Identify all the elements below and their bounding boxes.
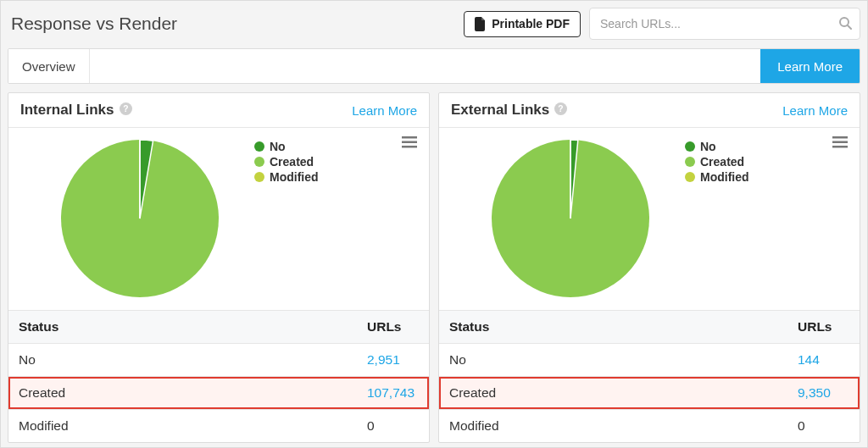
svg-rect-4: [402, 136, 417, 139]
table-row: No144: [439, 344, 860, 377]
panel-header: External Links ? Learn More: [439, 93, 860, 128]
svg-rect-5: [402, 141, 417, 144]
learn-more-button[interactable]: Learn More: [760, 49, 860, 83]
printable-pdf-button[interactable]: Printable PDF: [464, 11, 581, 37]
chart-legend: No Created Modified: [685, 140, 749, 185]
dot-icon: [685, 172, 695, 182]
svg-line-1: [848, 25, 851, 29]
cell-status: No: [8, 344, 357, 377]
spacer: [90, 49, 761, 83]
panel-internal-links: Internal Links ? Learn More No Created M…: [8, 92, 430, 443]
dot-icon: [685, 141, 695, 152]
legend-item-no: No: [254, 140, 319, 153]
legend-item-created: Created: [254, 155, 319, 169]
dot-icon: [254, 141, 264, 152]
dot-icon: [254, 172, 264, 182]
panel-title: Internal Links: [20, 102, 114, 119]
panels-row: Internal Links ? Learn More No Created M…: [1, 84, 867, 448]
cell-urls[interactable]: 9,350: [787, 377, 860, 410]
legend-item-no: No: [685, 140, 749, 153]
legend-item-created: Created: [685, 155, 749, 169]
tab-bar: Overview Learn More: [8, 48, 860, 84]
table-header-row: Status URLs: [8, 311, 429, 344]
legend-item-modified: Modified: [254, 170, 319, 184]
table-header-row: Status URLs: [439, 311, 860, 344]
cell-urls: 0: [787, 410, 860, 443]
search-icon: [838, 16, 852, 32]
search-wrap: [589, 8, 860, 40]
cell-status: Created: [8, 377, 357, 410]
legend-label: No: [270, 140, 286, 153]
chart-area: No Created Modified: [439, 128, 860, 310]
dot-icon: [685, 157, 695, 167]
legend-item-modified: Modified: [685, 170, 749, 184]
chart-area: No Created Modified: [8, 128, 429, 310]
table-row: Modified0: [8, 410, 429, 443]
top-bar: Response vs Render Printable PDF: [1, 1, 867, 48]
app-frame: Response vs Render Printable PDF Overvie…: [0, 0, 868, 448]
panel-learn-more-link[interactable]: Learn More: [352, 103, 417, 118]
col-status: Status: [439, 311, 787, 344]
cell-urls[interactable]: 2,951: [357, 344, 429, 377]
panel-title: External Links: [451, 102, 549, 119]
table-row: Modified0: [439, 410, 860, 443]
legend-label: No: [700, 140, 716, 153]
panel-header: Internal Links ? Learn More: [8, 93, 429, 128]
status-table: Status URLs No144Created9,350Modified0: [439, 310, 860, 442]
pie-chart: [490, 136, 659, 308]
table-row: Created107,743: [8, 377, 429, 410]
legend-label: Modified: [700, 170, 749, 184]
panel-external-links: External Links ? Learn More No Created M…: [438, 92, 860, 443]
tab-overview[interactable]: Overview: [8, 49, 90, 83]
svg-rect-13: [832, 146, 848, 148]
cell-status: No: [439, 344, 787, 377]
help-icon[interactable]: ?: [554, 102, 567, 118]
help-icon[interactable]: ?: [120, 102, 132, 118]
panel-learn-more-link[interactable]: Learn More: [782, 103, 848, 118]
legend-label: Modified: [270, 170, 319, 184]
svg-text:?: ?: [559, 104, 564, 113]
svg-rect-6: [402, 146, 417, 148]
table-row: Created9,350: [439, 377, 860, 410]
chart-menu-icon[interactable]: [832, 136, 848, 151]
search-input[interactable]: [589, 8, 860, 40]
table-row: No2,951: [8, 344, 429, 377]
dot-icon: [254, 157, 264, 167]
svg-rect-11: [832, 136, 848, 139]
pie-chart: [59, 136, 229, 308]
svg-text:?: ?: [123, 104, 128, 113]
page-title: Response vs Render: [11, 14, 177, 34]
chart-legend: No Created Modified: [254, 140, 319, 185]
svg-rect-12: [832, 141, 848, 144]
file-icon: [475, 17, 487, 31]
legend-label: Created: [270, 155, 314, 169]
chart-menu-icon[interactable]: [402, 136, 417, 151]
cell-status: Modified: [8, 410, 357, 443]
legend-label: Created: [700, 155, 744, 169]
cell-status: Created: [439, 377, 787, 410]
cell-urls[interactable]: 107,743: [357, 377, 429, 410]
cell-urls: 0: [357, 410, 429, 443]
printable-pdf-label: Printable PDF: [492, 17, 570, 30]
status-table: Status URLs No2,951Created107,743Modifie…: [8, 310, 429, 442]
cell-status: Modified: [439, 410, 787, 443]
col-urls: URLs: [357, 311, 429, 344]
cell-urls[interactable]: 144: [787, 344, 860, 377]
col-status: Status: [8, 311, 357, 344]
col-urls: URLs: [787, 311, 860, 344]
